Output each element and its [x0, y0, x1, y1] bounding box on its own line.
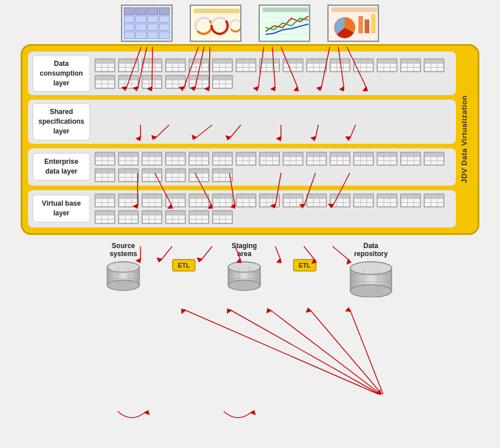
virtual-layer: Virtual base layer: [28, 190, 456, 227]
mini-table: [189, 194, 209, 207]
mini-table: [165, 168, 186, 182]
svg-rect-18: [371, 14, 376, 33]
mini-table: [283, 58, 303, 72]
mini-table: [142, 168, 162, 182]
mini-table: [189, 168, 209, 182]
mini-table: [330, 152, 350, 166]
mini-table: [165, 58, 186, 72]
mini-table: [118, 210, 139, 224]
consumption-tables: [95, 58, 451, 89]
screenshot-2: [190, 5, 241, 42]
mini-table: [142, 210, 162, 224]
svg-point-22: [107, 280, 139, 290]
mini-table: [189, 75, 209, 89]
mini-table: [165, 194, 186, 207]
mini-table: [142, 75, 162, 89]
screenshot-4: [327, 5, 379, 42]
mini-table: [95, 194, 115, 207]
source-label: Source systems: [110, 242, 137, 258]
staging-cylinder-icon: [224, 260, 264, 292]
svg-rect-9: [263, 7, 308, 12]
mini-table: [424, 152, 444, 166]
mini-table: [236, 58, 256, 72]
staging-label: Staging area: [232, 242, 257, 258]
mini-table: [142, 58, 162, 72]
mini-table: [400, 58, 421, 72]
mini-table: [165, 210, 186, 224]
svg-point-31: [228, 262, 260, 272]
mini-table: [283, 194, 303, 207]
mini-table: [212, 194, 233, 207]
enterprise-layer: Enterprise data layer: [28, 148, 456, 186]
svg-line-80: [229, 309, 380, 394]
svg-rect-15: [331, 7, 377, 12]
mini-table: [118, 194, 139, 207]
etl2-box: ETL: [293, 259, 317, 272]
mini-table: [259, 152, 280, 166]
mini-table: [118, 58, 139, 72]
mini-table: [212, 210, 233, 224]
mini-table: [95, 210, 115, 224]
source-cylinder-icon: [103, 260, 143, 292]
mini-table: [142, 194, 162, 207]
main-container: Data consumption layer: [0, 0, 500, 448]
mini-table: [377, 194, 397, 207]
virtual-label: Virtual base layer: [33, 195, 90, 222]
mini-table: [377, 152, 397, 166]
mini-table: [118, 152, 139, 166]
etl1-box: ETL: [172, 259, 196, 272]
mini-table: [165, 152, 186, 166]
mini-table: [259, 58, 280, 72]
mini-table: [189, 152, 209, 166]
staging-area: Staging area: [224, 242, 264, 292]
mini-table: [212, 152, 233, 166]
mini-table: [212, 58, 233, 72]
consumption-label: Data consumption layer: [33, 55, 90, 92]
consumption-layer: Data consumption layer: [28, 52, 456, 95]
bottom-area: Source systems: [21, 242, 479, 297]
mini-table: [377, 58, 397, 72]
mini-table: [353, 152, 374, 166]
mini-table: [212, 168, 233, 182]
data-repository: Data repository: [345, 242, 397, 297]
svg-line-83: [350, 309, 383, 394]
svg-line-82: [310, 309, 382, 394]
repository-label: Data repository: [354, 242, 388, 258]
mini-table: [189, 58, 209, 72]
mini-table: [118, 168, 139, 182]
enterprise-tables: [95, 152, 451, 182]
virtual-tables: [95, 194, 451, 224]
mini-table: [330, 58, 350, 72]
mini-table: [353, 194, 374, 207]
repository-cylinder-icon: [345, 260, 397, 297]
mini-table: [189, 210, 209, 224]
mini-table: [95, 168, 115, 182]
svg-point-30: [228, 280, 260, 290]
main-box: Data consumption layer: [21, 44, 479, 235]
mini-table: [165, 75, 186, 89]
mini-table: [400, 152, 421, 166]
svg-rect-16: [358, 16, 363, 33]
svg-rect-17: [365, 19, 369, 33]
svg-point-23: [107, 262, 139, 272]
svg-line-81: [269, 309, 381, 394]
shared-label: Shared specifications layer: [33, 103, 90, 140]
shared-layer: Shared specifications layer: [28, 100, 456, 143]
etl2-item: ETL: [293, 259, 317, 272]
mini-table: [330, 194, 350, 207]
layers-area: Data consumption layer: [28, 52, 456, 227]
mini-table: [400, 194, 421, 207]
mini-table: [306, 152, 327, 166]
enterprise-label: Enterprise data layer: [33, 153, 90, 180]
side-label: JDV Data Virtualization: [456, 52, 472, 227]
mini-table: [306, 58, 327, 72]
svg-line-79: [183, 309, 378, 394]
mini-table: [424, 58, 444, 72]
mini-table: [424, 194, 444, 207]
mini-table: [212, 75, 233, 89]
etl1-item: ETL: [172, 259, 196, 272]
source-systems: Source systems: [103, 242, 143, 292]
screenshot-1: [121, 5, 173, 42]
mini-table: [236, 152, 256, 166]
top-screenshots: [121, 5, 379, 42]
